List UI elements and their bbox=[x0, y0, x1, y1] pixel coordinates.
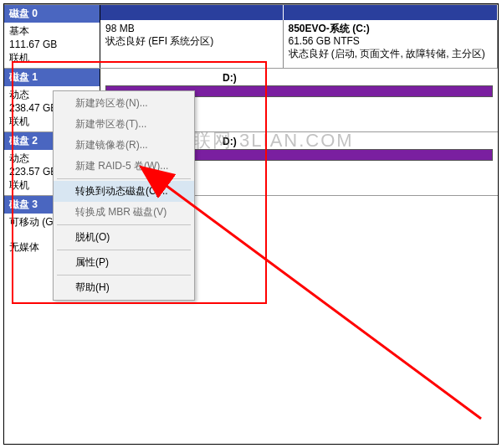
menu-item-new-raid5: 新建 RAID-5 卷(W)... bbox=[54, 156, 194, 177]
menu-item-new-spanned: 新建跨区卷(N)... bbox=[54, 93, 194, 114]
disk-2-vol-label[interactable]: D:) bbox=[223, 136, 237, 147]
menu-separator bbox=[57, 275, 191, 275]
disk-0-size: 111.67 GB bbox=[6, 38, 98, 51]
disk-0-vol-b-title: 850EVO-系统 (C:) bbox=[289, 23, 493, 35]
context-menu: 新建跨区卷(N)... 新建带区卷(T)... 新建镜像卷(R)... 新建 R… bbox=[53, 90, 195, 301]
disk-0-vol-b-note: 状态良好 (启动, 页面文件, 故障转储, 主分区) bbox=[289, 48, 493, 60]
menu-item-convert-mbr: 转换成 MBR 磁盘(V) bbox=[54, 202, 194, 223]
disk-0-volume-c[interactable]: 850EVO-系统 (C:) 61.56 GB NTFS 状态良好 (启动, 页… bbox=[284, 20, 499, 68]
menu-separator bbox=[57, 250, 191, 250]
menu-item-new-striped: 新建带区卷(T)... bbox=[54, 114, 194, 135]
menu-item-offline[interactable]: 脱机(O) bbox=[54, 227, 194, 248]
disk-0-volume-unnamed[interactable]: 98 MB 状态良好 (EFI 系统分区) bbox=[100, 20, 284, 68]
disk-0-header-strip bbox=[100, 5, 498, 20]
menu-separator bbox=[57, 224, 191, 225]
disk-0-vol-b-size: 61.56 GB NTFS bbox=[289, 35, 493, 48]
disk-0-title: 磁盘 0 bbox=[4, 5, 100, 23]
menu-item-convert-dynamic[interactable]: 转换到动态磁盘(C)... bbox=[54, 181, 194, 202]
menu-item-properties[interactable]: 属性(P) bbox=[54, 252, 194, 273]
disk-0-vol-a-note: 状态良好 (EFI 系统分区) bbox=[105, 35, 278, 48]
menu-item-help[interactable]: 帮助(H) bbox=[54, 277, 194, 298]
disk-row-0: 磁盘 0 基本 111.67 GB 联机 98 MB 状态良好 (EFI 系统分… bbox=[4, 4, 498, 68]
disk-0-status: 联机 bbox=[6, 51, 98, 64]
menu-item-new-mirror: 新建镜像卷(R)... bbox=[54, 135, 194, 156]
disk-1-title: 磁盘 1 bbox=[4, 69, 100, 86]
disk-0-type: 基本 bbox=[6, 24, 98, 38]
disk-1-vol-label[interactable]: D:) bbox=[223, 72, 237, 84]
disk-0-summary[interactable]: 磁盘 0 基本 111.67 GB 联机 bbox=[4, 5, 100, 68]
disk-0-vol-a-size: 98 MB bbox=[105, 23, 278, 35]
menu-separator bbox=[57, 178, 191, 179]
